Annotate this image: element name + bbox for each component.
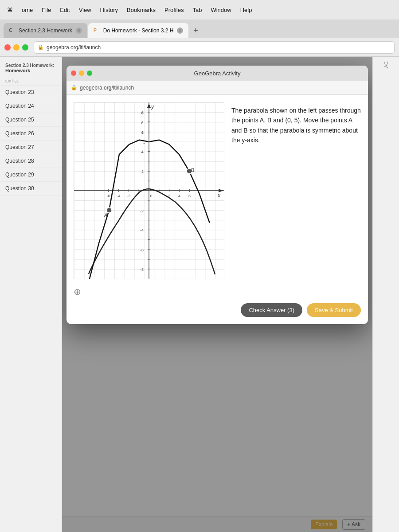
main-content: 2024-Ma... GeoGebra Activity — [62, 57, 372, 532]
sidebar-item-q26[interactable]: Question 26 — [0, 127, 62, 141]
menu-apple[interactable]: ⌘ — [7, 7, 13, 13]
address-input[interactable] — [47, 44, 391, 51]
tab-section-2-3[interactable]: C Section 2.3 Homework ✕ — [4, 23, 87, 38]
menu-ome[interactable]: ome — [22, 7, 33, 13]
svg-text:4: 4 — [178, 194, 180, 198]
svg-text:-6: -6 — [140, 248, 144, 252]
svg-text:B: B — [191, 167, 194, 173]
modal-title-bar: GeoGebra Activity — [66, 66, 368, 81]
right-panel-label: AC — [383, 61, 389, 68]
modal-tl-green[interactable] — [87, 70, 92, 76]
sidebar-item-q29[interactable]: Question 29 — [0, 168, 62, 182]
tab1-label: Section 2.3 Homework — [19, 27, 72, 34]
menu-profiles[interactable]: Profiles — [164, 7, 184, 13]
svg-text:2: 2 — [141, 169, 144, 174]
svg-text:-2: -2 — [127, 194, 130, 198]
tab1-icon: C — [9, 27, 15, 34]
svg-text:...: ... — [141, 160, 144, 164]
svg-text:-2: -2 — [140, 209, 144, 213]
sidebar-item-q25[interactable]: Question 25 — [0, 113, 62, 127]
sidebar-item-q30[interactable]: Question 30 — [0, 182, 62, 196]
sidebar-header: Section 2.3 Homework: Homework — [0, 61, 62, 75]
svg-text:y: y — [151, 104, 154, 110]
menu-edit[interactable]: Edit — [60, 7, 70, 13]
menu-file[interactable]: File — [42, 7, 51, 13]
tab2-close[interactable]: ✕ — [177, 27, 183, 34]
svg-text:A: A — [104, 212, 108, 219]
graph-container[interactable]: y x -6 -4 -2 0 2 4 6 — [74, 102, 224, 279]
modal-body: y x -6 -4 -2 0 2 4 6 — [66, 95, 368, 286]
modal-tl-yellow[interactable] — [79, 70, 84, 76]
svg-text:6: 6 — [141, 130, 144, 135]
sidebar-item-q24[interactable]: Question 24 — [0, 99, 62, 113]
menu-help[interactable]: Help — [240, 7, 252, 13]
svg-text:6: 6 — [188, 194, 191, 198]
compass-area: ⊕ — [66, 286, 368, 299]
modal-tl-red[interactable] — [71, 70, 76, 76]
menu-tab[interactable]: Tab — [192, 7, 202, 13]
traffic-light-red[interactable] — [4, 44, 11, 51]
modal-title: GeoGebra Activity — [194, 70, 241, 77]
svg-text:0: 0 — [150, 194, 152, 198]
compass-icon: ⊕ — [74, 286, 81, 297]
browser-toolbar: 🔒 — [0, 38, 399, 57]
modal-traffic-lights — [71, 70, 92, 76]
traffic-light-green[interactable] — [22, 44, 28, 51]
svg-text:6: 6 — [141, 121, 144, 125]
menu-view[interactable]: View — [79, 7, 91, 13]
svg-text:-4: -4 — [140, 228, 144, 232]
tab-add-button[interactable]: + — [189, 24, 202, 37]
modal-buttons: Check Answer (3) Save & Submit — [66, 299, 368, 324]
modal-lock-icon: 🔒 — [71, 85, 77, 90]
modal-url-text: geogebra.org/lti/launch — [80, 85, 134, 91]
menu-bar: ⌘ ome File Edit View History Bookmarks P… — [0, 0, 399, 20]
save-submit-button[interactable]: Save & Submit — [307, 303, 361, 317]
check-answer-button[interactable]: Check Answer (3) — [241, 303, 302, 317]
sidebar-item-q28[interactable]: Question 28 — [0, 154, 62, 168]
sidebar-item-section-list[interactable]: ion list — [0, 77, 62, 86]
address-bar-container: 🔒 — [34, 41, 395, 54]
menu-history[interactable]: History — [100, 7, 118, 13]
menu-window[interactable]: Window — [211, 7, 231, 13]
graph-svg: y x -6 -4 -2 0 2 4 6 — [74, 102, 224, 279]
svg-text:8: 8 — [141, 110, 144, 115]
menu-bookmarks[interactable]: Bookmarks — [127, 7, 156, 13]
svg-text:-4: -4 — [117, 194, 120, 198]
svg-text:-6: -6 — [107, 194, 110, 198]
modal-url-bar: 🔒 geogebra.org/lti/launch — [66, 81, 368, 95]
tab-do-homework[interactable]: P Do Homework - Section 3.2 H ✕ — [88, 23, 189, 38]
traffic-lights — [4, 44, 28, 51]
traffic-light-yellow[interactable] — [13, 44, 20, 51]
problem-text: The parabola shown on the left passes th… — [231, 102, 361, 279]
sidebar-item-q27[interactable]: Question 27 — [0, 141, 62, 154]
svg-text:x: x — [217, 192, 221, 199]
tab1-close[interactable]: ✕ — [76, 27, 82, 34]
lock-icon: 🔒 — [38, 44, 44, 50]
geogebra-modal: GeoGebra Activity 🔒 geogebra.org/lti/lau… — [66, 66, 368, 324]
svg-text:-8: -8 — [140, 267, 144, 272]
right-panel: AC — [372, 57, 399, 532]
tab2-label: Do Homework - Section 3.2 H — [103, 27, 174, 34]
tab-bar: C Section 2.3 Homework ✕ P Do Homework -… — [0, 20, 399, 38]
left-sidebar: Section 2.3 Homework: Homework ion list … — [0, 57, 62, 532]
modal-overlay: GeoGebra Activity 🔒 geogebra.org/lti/lau… — [62, 57, 372, 532]
browser-content: Section 2.3 Homework: Homework ion list … — [0, 57, 399, 532]
tab2-icon: P — [94, 27, 100, 34]
browser-window: C Section 2.3 Homework ✕ P Do Homework -… — [0, 20, 399, 532]
svg-text:4: 4 — [141, 150, 144, 154]
sidebar-item-q23[interactable]: Question 23 — [0, 86, 62, 99]
